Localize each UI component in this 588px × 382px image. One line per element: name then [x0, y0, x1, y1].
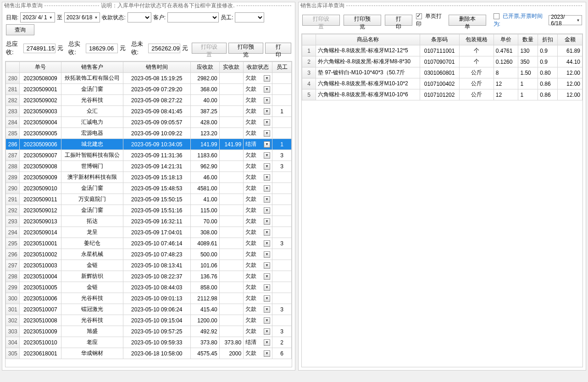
chevron-down-icon[interactable]: ▼ [264, 229, 270, 236]
column-header[interactable]: 商品名称 [316, 34, 420, 45]
status-cell[interactable]: 欠款▼ [244, 216, 272, 227]
date-from-picker[interactable]: 2023/ 4/ 1 ▼ [20, 12, 55, 22]
status-select[interactable] [128, 12, 151, 22]
detail-print-button[interactable]: 打印 [385, 15, 412, 26]
chevron-down-icon[interactable]: ▼ [264, 339, 270, 346]
table-row[interactable]: 2外六角螺栓-8.8级发黑-标准牙M8-8*300107090701个0.126… [302, 56, 582, 67]
column-header[interactable]: 销售时间 [123, 62, 190, 73]
column-header[interactable]: 数量 [518, 34, 538, 45]
table-row[interactable]: 29020230509010金汤门窗2023-05-09 15:48:53458… [6, 183, 292, 194]
column-header[interactable]: 包装规格 [459, 34, 494, 45]
table-row[interactable]: 30220230510008光谷科技2023-05-10 09:15:04120… [6, 315, 292, 326]
column-header[interactable]: 员工 [272, 62, 292, 73]
status-cell[interactable]: 欠款▼ [244, 293, 272, 304]
table-row[interactable]: 29220230509012金汤门窗2023-05-09 15:51:16115… [6, 205, 292, 216]
table-row[interactable]: 5六角螺栓-8.8级发黑-标准牙M10-10*60107101202公斤1210… [302, 89, 582, 100]
column-header[interactable]: 条形码 [420, 34, 459, 45]
table-row[interactable]: 28620230509006城北建忠2023-05-09 10:34:05141… [6, 139, 292, 150]
status-cell[interactable]: 欠款▼ [244, 282, 272, 293]
orders-table[interactable]: 单号销售客户销售时间应收款实收款收款状态员工 28020230508009炏拓装… [6, 61, 292, 359]
horizontal-scrollbar[interactable] [302, 359, 582, 367]
chevron-down-icon[interactable]: ▼ [264, 218, 270, 225]
chevron-down-icon[interactable]: ▼ [264, 163, 270, 170]
horizontal-scrollbar[interactable] [6, 359, 292, 367]
table-row[interactable]: 28920230509009澳宇新材料科技有限2023-05-09 15:18:… [6, 172, 292, 183]
table-row[interactable]: 28220230509002光谷科技2023-05-09 08:27:2240.… [6, 95, 292, 106]
chevron-down-icon[interactable]: ▼ [264, 108, 270, 115]
status-cell[interactable]: 欠款▼ [244, 238, 272, 249]
table-row[interactable]: 28020230508009炏拓装饰工程有限公司2023-05-08 15:19… [6, 73, 292, 84]
column-header[interactable]: 收款状态 [244, 62, 272, 73]
status-cell[interactable]: 欠款▼ [244, 194, 272, 205]
date-to-picker[interactable]: 2023/ 6/18 ▼ [64, 12, 100, 22]
chevron-down-icon[interactable]: ▼ [264, 119, 270, 126]
column-header[interactable]: 折扣 [538, 34, 558, 45]
detail-table[interactable]: 商品名称条形码包装规格单价数量折扣金额 1六角螺栓-8.8级发黑-标准牙M12-… [302, 34, 582, 100]
chevron-down-icon[interactable]: ▼ [264, 251, 270, 258]
chevron-down-icon[interactable]: ▼ [264, 207, 270, 214]
status-cell[interactable]: 欠款▼ [244, 172, 272, 183]
chevron-down-icon[interactable]: ▼ [264, 306, 270, 313]
print-button[interactable]: 打印 [265, 43, 291, 54]
table-row[interactable]: 4六角螺栓-8.8级发黑-标准牙M10-10*20107100402公斤1210… [302, 78, 582, 89]
column-header[interactable]: 应收款 [190, 62, 219, 73]
status-cell[interactable]: 欠款▼ [244, 304, 272, 315]
print-preview-button[interactable]: 打印预览 [228, 43, 263, 54]
status-cell[interactable]: 欠款▼ [244, 227, 272, 238]
status-cell[interactable]: 欠款▼ [244, 128, 272, 139]
chevron-down-icon[interactable]: ▼ [264, 262, 270, 269]
table-row[interactable]: 1六角螺栓-8.8级发黑-标准牙M12-12*50107111001个0.476… [302, 45, 582, 56]
column-header[interactable]: 实收款 [219, 62, 243, 73]
chevron-down-icon[interactable]: ▼ [264, 174, 270, 181]
table-row[interactable]: 29620230510002永星机械2023-05-10 07:48:23500… [6, 249, 292, 260]
chevron-down-icon[interactable]: ▼ [264, 75, 270, 82]
status-cell[interactable]: 欠款▼ [244, 183, 272, 194]
invoiced-checkbox[interactable]: 已开票,开票时间为: [494, 12, 545, 28]
status-cell[interactable]: 欠款▼ [244, 73, 272, 84]
table-row[interactable]: 3垫 97-镀锌白-M10-10*40*3（50.7斤0301060801公斤8… [302, 67, 582, 78]
column-header[interactable]: 单号 [20, 62, 61, 73]
table-row[interactable]: 28420230509004汇诚电力2023-05-09 09:05:57428… [6, 117, 292, 128]
customer-select[interactable] [167, 12, 219, 22]
status-cell[interactable]: 欠款▼ [244, 205, 272, 216]
status-cell[interactable]: 欠款▼ [244, 95, 272, 106]
status-cell[interactable]: 欠款▼ [244, 326, 272, 337]
status-cell[interactable]: 欠款▼ [244, 348, 272, 359]
chevron-down-icon[interactable]: ▼ [264, 86, 270, 93]
chevron-down-icon[interactable]: ▼ [264, 317, 270, 324]
table-row[interactable]: 30520230618001华成钢材2023-06-18 10:58:00457… [6, 348, 292, 359]
status-cell[interactable]: 欠款▼ [244, 249, 272, 260]
table-row[interactable]: 28320230509003众汇2023-05-09 08:41:45387.2… [6, 106, 292, 117]
status-cell[interactable]: 欠款▼ [244, 161, 272, 172]
chevron-down-icon[interactable]: ▼ [264, 240, 270, 247]
table-row[interactable]: 29520230510001姜纪仓2023-05-10 07:46:144089… [6, 238, 292, 249]
detail-print-preview-button[interactable]: 打印预览 [344, 15, 381, 26]
invoice-date-picker[interactable]: 2023/ 6/18 ▼ [549, 15, 582, 25]
table-row[interactable]: 29820230510004新辉纺织2023-05-10 08:22:37136… [6, 271, 292, 282]
chevron-down-icon[interactable]: ▼ [264, 185, 270, 192]
status-cell[interactable]: 欠款▼ [244, 260, 272, 271]
chevron-down-icon[interactable]: ▼ [264, 273, 270, 280]
table-row[interactable]: 30320230510009旭盛2023-05-10 09:57:25492.9… [6, 326, 292, 337]
status-cell[interactable]: 欠款▼ [244, 271, 272, 282]
table-row[interactable]: 28520230509005宏源电器2023-05-09 10:09:22123… [6, 128, 292, 139]
table-row[interactable]: 29720230510003金链2023-05-10 08:13:41101.0… [6, 260, 292, 271]
chevron-down-icon[interactable]: ▼ [264, 152, 270, 159]
column-header[interactable]: 金额 [558, 34, 582, 45]
print-setting-button[interactable]: 打印设置 [192, 43, 227, 54]
status-cell[interactable]: 欠款▼ [244, 150, 272, 161]
single-page-checkbox[interactable]: 单页打印 [416, 12, 445, 28]
emp-select[interactable] [235, 12, 264, 22]
column-header[interactable]: 销售客户 [61, 62, 123, 73]
column-header[interactable]: 单价 [494, 34, 518, 45]
status-cell[interactable]: 结清▼ [244, 139, 272, 150]
status-cell[interactable]: 结清▼ [244, 337, 272, 348]
table-row[interactable]: 30420230510010老应2023-05-10 09:59:33373.8… [6, 337, 292, 348]
detail-print-setting-button[interactable]: 打印设置 [302, 15, 340, 26]
chevron-down-icon[interactable]: ▼ [264, 295, 270, 302]
table-row[interactable]: 29920230510005金链2023-05-10 08:44:03858.0… [6, 282, 292, 293]
table-row[interactable]: 28120230509001金汤门窗2023-05-09 07:29:20368… [6, 84, 292, 95]
chevron-down-icon[interactable]: ▼ [264, 350, 270, 357]
table-row[interactable]: 30120230510007镭冠激光2023-05-10 09:06:24415… [6, 304, 292, 315]
table-row[interactable]: 29120230509011万安庭院门2023-05-09 15:50:1541… [6, 194, 292, 205]
